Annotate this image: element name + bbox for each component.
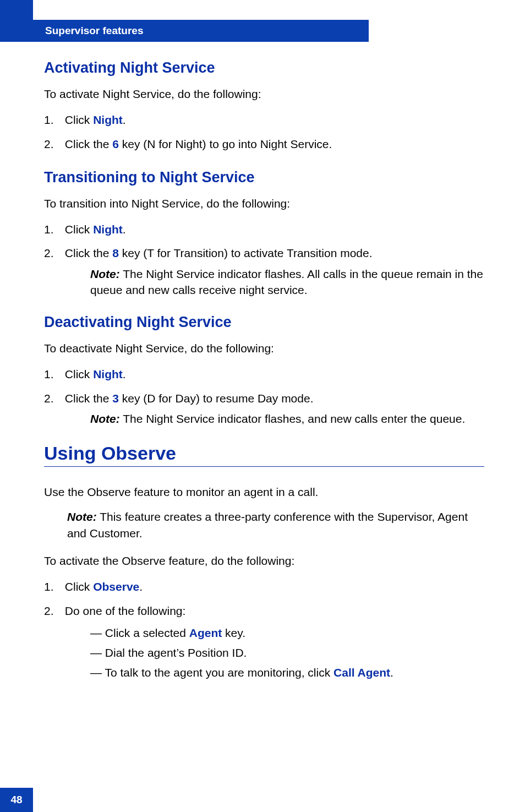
step-text-pre: Click the — [65, 138, 112, 150]
step-text-post: key (N for Night) to go into Night Servi… — [119, 138, 332, 150]
ui-term-night: Night — [93, 113, 123, 126]
step-text-pre: Click — [65, 223, 93, 236]
note-text: The Night Service indicator flashes. All… — [90, 268, 483, 296]
step: 2. Click the 8 key (T for Transition) to… — [44, 244, 484, 298]
ui-term-call-agent: Call Agent — [333, 666, 390, 679]
heading-activating: Activating Night Service — [44, 59, 484, 77]
page-content: Activating Night Service To activate Nig… — [44, 59, 484, 697]
sub-steps: Click a selected Agent key. Dial the age… — [90, 623, 484, 682]
step: 1. Click Night. — [44, 111, 484, 129]
intro-activating: To activate Night Service, do the follow… — [44, 86, 484, 102]
note-label: Note: — [90, 412, 120, 425]
note-text: This feature creates a three-party confe… — [67, 510, 468, 539]
ui-term-8: 8 — [112, 247, 119, 259]
observe-intro2: To activate the Observe feature, do the … — [44, 553, 484, 569]
ui-term-night: Night — [93, 223, 123, 236]
page-number-value: 48 — [10, 794, 22, 805]
ui-term-night: Night — [93, 368, 123, 380]
document-page: Supervisor features Activating Night Ser… — [0, 0, 525, 812]
step-text-post: . — [123, 113, 126, 126]
step: 1. Click Night. — [44, 220, 484, 239]
step-text-post: key (D for Day) to resume Day mode. — [119, 392, 314, 405]
step: 2. Click the 3 key (D for Day) to resume… — [44, 389, 484, 427]
heading-transitioning: Transitioning to Night Service — [44, 169, 484, 186]
step-text-post: . — [123, 368, 126, 380]
step-text-pre: Click — [65, 368, 93, 380]
heading-deactivating: Deactivating Night Service — [44, 314, 484, 331]
step-text: Do one of the following: — [65, 604, 185, 617]
steps-transitioning: 1. Click Night. 2. Click the 8 key (T fo… — [44, 220, 484, 298]
ui-term-agent: Agent — [189, 626, 222, 639]
header-corner-block — [0, 0, 33, 42]
step-text-pre: Click the — [65, 247, 112, 259]
ui-term-3: 3 — [112, 392, 119, 405]
step-text-pre: Click — [65, 113, 93, 126]
spacer — [44, 470, 484, 484]
sub-step-post: key. — [222, 626, 245, 639]
ui-term-6: 6 — [112, 138, 119, 150]
sub-step-text: Dial the agent’s Position ID. — [105, 646, 247, 659]
note-block: Note: The Night Service indicator flashe… — [90, 266, 484, 298]
intro-deactivating: To deactivate Night Service, do the foll… — [44, 341, 484, 356]
note-label: Note: — [90, 268, 120, 280]
section-header-text: Supervisor features — [45, 25, 143, 36]
step-text-pre: Click the — [65, 392, 112, 405]
sub-step: To talk to the agent you are monitoring,… — [90, 663, 484, 683]
sub-step-pre: To talk to the agent you are monitoring,… — [105, 666, 333, 679]
sub-step: Click a selected Agent key. — [90, 623, 484, 643]
step-text-pre: Click — [65, 580, 93, 593]
steps-observe: 1. Click Observe. 2. Do one of the follo… — [44, 577, 484, 682]
sub-step: Dial the agent’s Position ID. — [90, 643, 484, 663]
note-label: Note: — [67, 510, 97, 523]
step: 2. Click the 6 key (N for Night) to go i… — [44, 135, 484, 154]
page-number: 48 — [0, 788, 33, 812]
step-text-post: key (T for Transition) to activate Trans… — [119, 247, 373, 259]
ui-term-observe: Observe — [93, 580, 139, 593]
heading-using-observe: Using Observe — [44, 443, 484, 467]
step-text-post: . — [139, 580, 143, 593]
note-block: Note: The Night Service indicator flashe… — [90, 411, 484, 427]
steps-activating: 1. Click Night. 2. Click the 6 key (N fo… — [44, 111, 484, 153]
sub-step-pre: Click a selected — [105, 626, 189, 639]
steps-deactivating: 1. Click Night. 2. Click the 3 key (D fo… — [44, 365, 484, 427]
note-block: Note: This feature creates a three-party… — [67, 509, 484, 541]
section-header: Supervisor features — [33, 20, 369, 42]
step: 1. Click Night. — [44, 365, 484, 384]
note-text: The Night Service indicator flashes, and… — [120, 412, 466, 425]
intro-transitioning: To transition into Night Service, do the… — [44, 196, 484, 211]
step: 1. Click Observe. — [44, 577, 484, 596]
step: 2. Do one of the following: Click a sele… — [44, 602, 484, 683]
step-text-post: . — [123, 223, 126, 236]
sub-step-post: . — [390, 666, 393, 679]
observe-intro1: Use the Observe feature to monitor an ag… — [44, 484, 484, 500]
